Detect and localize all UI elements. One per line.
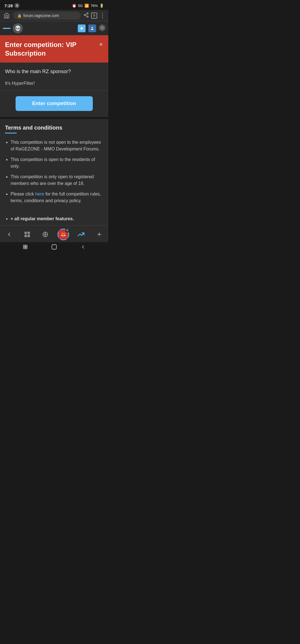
browser-chrome: 🔒 forum.ragezone.com 5 ⋮ [0,10,108,21]
terms-section: Terms and conditions This competition is… [0,119,108,212]
page-header-strip: 💀 [0,21,108,35]
svg-rect-15 [26,247,27,249]
extra-features-text: + all regular member features. [11,216,74,221]
status-right-area: ⏰ 5G 📶 76% 🔋 [72,4,104,8]
svg-point-5 [92,27,93,28]
battery-level: 76% [91,4,98,8]
system-back-button[interactable] [75,242,91,253]
browser-bottom-nav: 🦊 ✕ + [0,225,108,242]
header-nav-icons [78,24,106,32]
svg-point-6 [101,26,103,29]
nav-icon-3[interactable] [99,24,106,31]
nav-back-button[interactable] [3,228,15,241]
svg-rect-14 [24,247,25,249]
system-navigation [0,242,108,253]
competition-question: Who is the main RZ sponsor? [5,68,103,75]
terms-item-2: This competition is open to the resident… [11,156,103,170]
enter-competition-button[interactable]: Enter competition [16,96,93,111]
terms-item-1: This competition is not open to the empl… [11,139,103,152]
terms-item-4: Please click here for the full competiti… [11,191,103,204]
modal-body: Who is the main RZ sponsor? It's HyperFi… [0,63,108,90]
system-home-button[interactable] [46,242,63,253]
battery-icon: 🔋 [99,4,104,8]
network-type: 5G [78,4,83,8]
terms-item-3: This competition is only open to registe… [11,174,103,187]
url-text: forum.ragezone.com [23,13,59,18]
svg-rect-8 [28,232,30,234]
notification-count: 4 [14,3,19,8]
modal-header: Enter competition: VIP Subscription × [0,35,108,63]
svg-rect-10 [28,235,30,237]
terms-list: This competition is not open to the empl… [5,139,103,204]
menu-icon[interactable] [3,28,11,29]
tab-count[interactable]: 5 [91,13,97,19]
signal-icon: 📶 [84,4,89,8]
svg-rect-16 [52,245,57,249]
status-time: 7:28 [4,3,13,8]
browser-home-button[interactable] [3,12,11,19]
nav-icon-1[interactable] [78,24,86,32]
modal-title: Enter competition: VIP Subscription [5,40,98,58]
active-app-icon[interactable]: 🦊 ✕ [58,229,69,240]
svg-line-4 [85,14,87,14]
close-app-badge[interactable]: ✕ [65,228,69,233]
alarm-icon: ⏰ [72,4,76,8]
terms-here-link[interactable]: here [35,192,44,196]
nav-app-icon-3[interactable] [75,228,87,241]
share-button[interactable] [83,12,89,19]
svg-rect-12 [24,245,25,247]
nav-app-icon-1[interactable] [21,228,33,241]
status-time-area: 7:28 4 [4,3,19,8]
competition-answer: It's HyperFilter! [5,81,103,86]
svg-rect-9 [24,235,27,237]
main-content: Enter competition: VIP Subscription × Wh… [0,35,108,225]
site-logo-avatar: 💀 [13,23,23,33]
nav-app-icon-2[interactable] [39,228,51,241]
browser-action-buttons: 5 ⋮ [83,12,106,19]
terms-heading: Terms and conditions [5,125,103,131]
browser-menu-button[interactable]: ⋮ [99,12,106,19]
modal-action-area: Enter competition [0,91,108,117]
extra-features-strip: + all regular member features. [0,212,108,225]
extra-features-item: + all regular member features. [11,216,103,221]
modal-close-button[interactable]: × [98,40,104,49]
nav-add-tab-button[interactable]: + [93,228,105,241]
url-bar[interactable]: 🔒 forum.ragezone.com [13,12,81,19]
svg-line-3 [85,15,87,16]
system-recent-button[interactable] [17,242,34,253]
svg-rect-7 [24,232,27,234]
terms-underline-decoration [5,133,17,133]
lock-icon: 🔒 [17,14,22,18]
nav-icon-2[interactable] [88,24,96,32]
status-bar: 7:28 4 ⏰ 5G 📶 76% 🔋 [0,0,108,10]
svg-rect-13 [26,245,27,247]
